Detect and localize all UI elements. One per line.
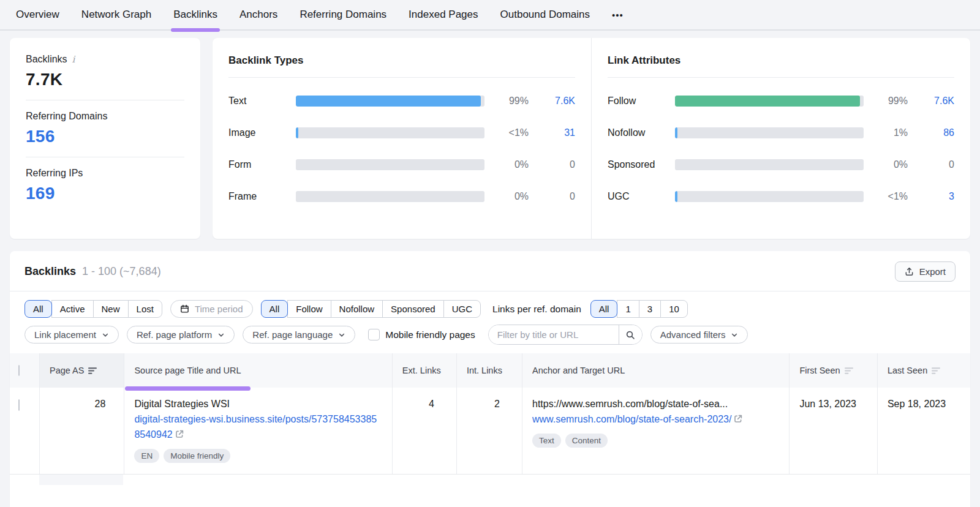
export-icon	[905, 267, 914, 276]
distribution-cards: Backlink Types Text99%7.6KImage<1%31Form…	[213, 38, 970, 239]
external-link-icon[interactable]	[175, 429, 184, 439]
tab-outbound-domains[interactable]: Outbound Domains	[500, 0, 590, 29]
tab-referring-domains[interactable]: Referring Domains	[300, 0, 386, 29]
source-page-cell: Digital Strategies WSI digital-strategie…	[124, 388, 392, 474]
backlink-types-panel: Backlink Types Text99%7.6KImage<1%31Form…	[213, 38, 591, 239]
follow-nofollow[interactable]: Nofollow	[331, 300, 383, 318]
bar-label: Form	[228, 159, 287, 170]
tab-overview[interactable]: Overview	[16, 0, 59, 29]
bar-percent: 1%	[872, 127, 908, 138]
report-tabs-bar: Overview Network Graph Backlinks Anchors…	[0, 0, 980, 31]
status-new[interactable]: New	[93, 300, 129, 318]
bar-track	[296, 127, 484, 138]
source-page-url-link[interactable]: digital-strategies-wsi.business.site/pos…	[134, 414, 377, 440]
search-button[interactable]	[619, 325, 642, 344]
tab-network-graph[interactable]: Network Graph	[81, 0, 151, 29]
external-link-icon[interactable]	[733, 414, 743, 424]
bar-label: Follow	[608, 96, 666, 107]
bar-label: Frame	[228, 191, 287, 202]
calendar-icon	[180, 304, 189, 314]
bar-fill	[675, 96, 860, 107]
referring-domains-value[interactable]: 156	[26, 127, 184, 146]
ref-page-language-dropdown[interactable]: Ref. page language	[243, 326, 355, 344]
status-active[interactable]: Active	[51, 300, 94, 318]
lpd-3[interactable]: 3	[639, 300, 661, 318]
bar-track	[675, 191, 864, 202]
more-tabs-icon[interactable]: •••	[612, 10, 624, 20]
advanced-filters-dropdown[interactable]: Advanced filters	[650, 326, 748, 344]
backlinks-range: 1 - 100 (~7,684)	[82, 265, 161, 278]
lpd-1[interactable]: 1	[617, 300, 639, 318]
select-all-checkbox[interactable]	[18, 365, 20, 376]
bar-count[interactable]: 86	[916, 127, 954, 138]
follow-follow[interactable]: Follow	[287, 300, 331, 318]
follow-type-filter: All Follow Nofollow Sponsored UGC	[261, 300, 481, 318]
search-icon	[625, 330, 635, 340]
chevron-down-icon	[338, 331, 345, 339]
bar-track	[675, 127, 864, 138]
bar-percent: <1%	[872, 191, 908, 202]
summary-card: Backlinks i 7.7K Referring Domains 156 R…	[10, 38, 200, 239]
bar-percent: 99%	[872, 96, 908, 107]
title-url-filter-input[interactable]	[489, 325, 619, 344]
column-first-seen[interactable]: First Seen	[790, 353, 877, 388]
chevron-down-icon	[102, 331, 109, 339]
sort-icon	[845, 367, 853, 375]
column-int-links: Int. Links	[456, 353, 522, 388]
backlink-types-bars: Text99%7.6KImage<1%31Form0%0Frame0%0	[228, 78, 575, 212]
bar-count[interactable]: 7.6K	[537, 96, 575, 107]
row-checkbox[interactable]	[18, 399, 20, 411]
bar-row: Sponsored0%0	[608, 149, 954, 181]
last-seen-cell: Sep 18, 2023	[877, 388, 970, 474]
bar-row: Nofollow1%86	[608, 117, 954, 149]
bar-count[interactable]: 31	[537, 127, 575, 138]
bar-count[interactable]: 7.6K	[916, 96, 954, 107]
lpd-all[interactable]: All	[590, 300, 618, 318]
bar-label: Sponsored	[608, 159, 666, 170]
bar-fill	[675, 127, 677, 138]
ext-links-cell: 4	[392, 388, 456, 474]
follow-sponsored[interactable]: Sponsored	[382, 300, 444, 318]
backlinks-metric-label: Backlinks	[26, 54, 67, 65]
info-icon[interactable]: i	[72, 54, 75, 65]
column-page-as[interactable]: Page AS	[39, 353, 124, 388]
language-badge: EN	[134, 449, 159, 463]
lpd-10[interactable]: 10	[660, 300, 688, 318]
tab-anchors[interactable]: Anchors	[239, 0, 277, 29]
bar-percent: <1%	[493, 127, 529, 138]
bar-fill	[675, 191, 677, 202]
link-placement-dropdown[interactable]: Link placement	[24, 326, 119, 344]
table-header-row: Page AS Source page Title and URL Ext. L…	[10, 353, 970, 388]
tab-indexed-pages[interactable]: Indexed Pages	[409, 0, 478, 29]
time-period-button[interactable]: Time period	[170, 300, 253, 318]
bar-label: Nofollow	[608, 127, 666, 138]
referring-ips-value[interactable]: 169	[26, 184, 184, 203]
bar-row: UGC<1%3	[608, 181, 954, 212]
tab-backlinks[interactable]: Backlinks	[173, 0, 217, 29]
bar-count[interactable]: 3	[916, 191, 954, 202]
mobile-friendly-checkbox[interactable]	[368, 329, 380, 340]
bar-label: Text	[228, 96, 287, 107]
follow-all[interactable]: All	[261, 300, 288, 318]
page-as-cell: 28	[39, 388, 124, 474]
anchor-target-cell: https://www.semrush.com/blog/state-of-se…	[522, 388, 789, 474]
target-url-link[interactable]: www.semrush.com/blog/state-of-search-202…	[532, 414, 731, 424]
sort-icon-active	[88, 367, 97, 375]
export-button[interactable]: Export	[895, 261, 956, 282]
bar-label: UGC	[608, 191, 666, 202]
backlinks-metric-value: 7.7K	[26, 70, 184, 89]
status-filter: All Active New Lost	[24, 300, 162, 318]
table-row: 28 Digital Strategies WSI digital-strate…	[10, 388, 970, 474]
follow-ugc[interactable]: UGC	[443, 300, 481, 318]
link-attributes-title: Link Attributes	[608, 38, 954, 78]
status-all[interactable]: All	[24, 300, 52, 318]
column-source-page: Source page Title and URL	[124, 353, 392, 388]
bar-track	[296, 96, 484, 107]
anchor-type-badge: Content	[565, 434, 608, 448]
link-attributes-panel: Link Attributes Follow99%7.6KNofollow1%8…	[591, 38, 970, 239]
referring-domains-label: Referring Domains	[26, 111, 107, 122]
bar-row: Follow99%7.6K	[608, 85, 954, 117]
column-last-seen[interactable]: Last Seen	[877, 353, 970, 388]
status-lost[interactable]: Lost	[128, 300, 162, 318]
ref-page-platform-dropdown[interactable]: Ref. page platform	[127, 326, 235, 344]
